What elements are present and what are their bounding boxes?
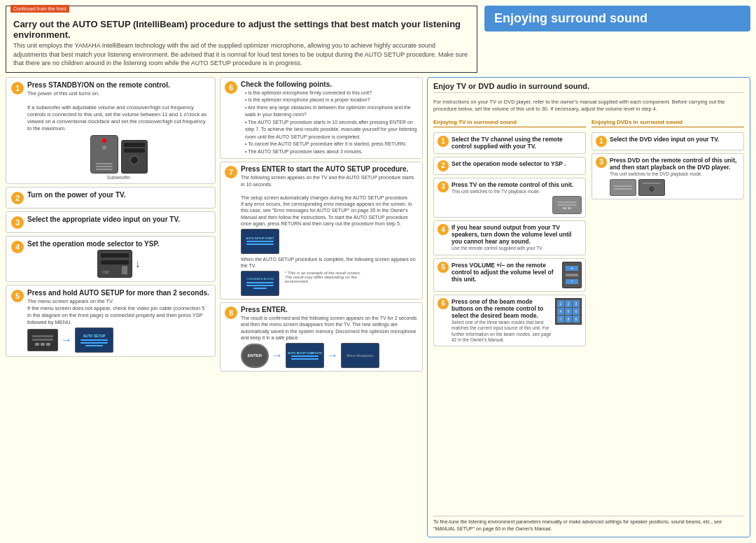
dvd-step-1-title: Select the DVD video input on your TV. bbox=[610, 136, 740, 143]
step-5-box: 5 Press and hold AUTO SETUP for more tha… bbox=[6, 285, 216, 358]
remote-small-icon bbox=[27, 329, 58, 351]
menu-screen-icon: Menu disappears bbox=[341, 343, 379, 368]
step-8-title: Press ENTER. bbox=[241, 306, 418, 313]
enjoy-section-subtitle: For instructions on your TV or DVD playe… bbox=[433, 99, 744, 113]
tv-step-5: 5 Press VOLUME +/– on the remote control… bbox=[433, 258, 586, 292]
dvd-step-3-content: Press DVD on the remote control of this … bbox=[610, 157, 740, 196]
tv-step-1: 1 Select the TV channel using the remote… bbox=[433, 132, 586, 154]
dvd-remote-icon bbox=[610, 179, 636, 196]
auto-setup-screen-icon: AUTO SETUP START bbox=[241, 229, 279, 254]
tv-step-4: 4 If you hear sound output from your TV … bbox=[433, 220, 586, 255]
mid-column: 6 Check the following points. Is the opt… bbox=[220, 77, 423, 537]
step-4-content: Set the operation mode selector to YSP. … bbox=[27, 240, 210, 278]
tv-step-3-title: Press TV on the remote control of this u… bbox=[451, 181, 582, 188]
step-6-bullet-6: The AUTO SETUP procedure takes about 3 m… bbox=[245, 148, 418, 156]
tv-step-2-title: Set the operation mode selector to YSP . bbox=[451, 160, 582, 167]
vol-remote-icon: + − bbox=[562, 262, 582, 288]
enjoying-title: Enjoying surround sound bbox=[494, 11, 741, 26]
tv-step-4-num: 4 bbox=[438, 224, 449, 235]
tv-step-3-num: 3 bbox=[438, 181, 449, 192]
header-subtitle: This unit employs the YAMAHA IntelliBeam… bbox=[13, 41, 470, 68]
step-6-title: Check the following points. bbox=[241, 80, 418, 88]
subwoofer-label: Subwoofer bbox=[107, 175, 130, 180]
header: Continued from the front Carry out the A… bbox=[6, 6, 750, 73]
step-5-number: 5 bbox=[11, 290, 24, 302]
step-5-desc: The menu screen appears on the TV.If the… bbox=[27, 298, 210, 327]
tv-step-3: 3 Press TV on the remote control of this… bbox=[433, 178, 586, 218]
complete-screen-icon: AUTO SETUP COMPLETE bbox=[286, 343, 324, 368]
continued-tag: Continued from the front bbox=[10, 5, 69, 13]
step-6-box: 6 Check the following points. Is the opt… bbox=[220, 77, 423, 160]
enjoying-header-box: Enjoying surround sound bbox=[484, 6, 750, 31]
tv-col-header: Enjoying TV in surround sound bbox=[433, 119, 586, 127]
step-2-box: 2 Turn on the power of your TV. bbox=[6, 187, 216, 209]
dvd-player-icon bbox=[638, 179, 665, 196]
tv-step-4-title: If you hear sound output from your TV sp… bbox=[451, 224, 582, 245]
tv-step-4-desc: Use the remote control supplied with you… bbox=[451, 246, 582, 251]
step-3-box: 3 Select the appropriate video input on … bbox=[6, 211, 216, 233]
step-1-number: 1 bbox=[11, 82, 24, 94]
right-column: Enjoy TV or DVD audio in surround sound.… bbox=[427, 77, 750, 537]
step-7-result-row: CONGRATULATIONS * This is an example of … bbox=[241, 271, 418, 296]
step-7-number: 7 bbox=[225, 166, 237, 178]
dvd-step-3-num: 3 bbox=[596, 157, 607, 168]
step-6-bullet-5: To cancel the AUTO SETUP procedure after… bbox=[245, 141, 418, 148]
step-4-device: YSP ↓ bbox=[27, 250, 210, 278]
step-1-device: Subwoofer bbox=[27, 135, 210, 180]
tv-step-6-title: Press one of the beam mode buttons on th… bbox=[451, 298, 552, 319]
dvd-step-3-desc: This unit switches to the DVD playback m… bbox=[610, 171, 740, 177]
step-3-title: Select the appropriate video input on yo… bbox=[27, 216, 210, 223]
step-5-images: → AUTO SETUP bbox=[27, 327, 210, 353]
tv-step-6-content: Press one of the beam mode buttons on th… bbox=[451, 298, 552, 344]
tv-step-6-num: 6 bbox=[438, 298, 449, 309]
step-6-bullet-3: Are there any large obstacles in between… bbox=[245, 104, 418, 119]
step-1-content: Press STANDBY/ON on the remote control. … bbox=[27, 81, 210, 180]
tv-step-5-content: Press VOLUME +/– on the remote control t… bbox=[451, 262, 559, 283]
tv-step-3-desc: This unit switches to the TV playback mo… bbox=[451, 189, 582, 195]
selector-icon: YSP bbox=[97, 250, 132, 278]
left-column: 1 Press STANDBY/ON on the remote control… bbox=[6, 77, 216, 537]
step-7-desc: The following screen appears on the TV a… bbox=[241, 174, 418, 227]
arrow-icon-3: → bbox=[327, 350, 338, 361]
step-7-screen-row: AUTO SETUP START bbox=[241, 229, 418, 254]
step-7-after-desc: When the AUTO SETUP procedure is complet… bbox=[241, 256, 418, 269]
tv-step-2: 2 Set the operation mode selector to YSP… bbox=[433, 157, 586, 175]
step-4-title: Set the operation mode selector to YSP. bbox=[27, 240, 210, 248]
tv-step-5-num: 5 bbox=[438, 262, 449, 273]
tv-step-1-num: 1 bbox=[438, 136, 449, 147]
enter-button-icon: ENTER bbox=[241, 344, 269, 368]
tv-step-5-title: Press VOLUME +/– on the remote control t… bbox=[451, 262, 559, 283]
tv-step-3-content: Press TV on the remote control of this u… bbox=[451, 181, 582, 214]
dvd-step-1: 1 Select the DVD video input on your TV. bbox=[592, 132, 744, 150]
step-7-title: Press ENTER to start the AUTO SETUP proc… bbox=[241, 165, 418, 173]
result-screen-icon: CONGRATULATIONS bbox=[241, 271, 279, 296]
dvd-col-header: Enjoying DVDs in surround sound bbox=[592, 119, 744, 127]
enjoy-columns: Enjoying TV in surround sound 1 Select t… bbox=[433, 119, 744, 511]
dvd-step-3-title: Press DVD on the remote control of this … bbox=[610, 157, 740, 171]
step-6-number: 6 bbox=[225, 81, 237, 94]
result-note: * This is an example of the result scree… bbox=[285, 271, 362, 283]
step-8-box: 8 Press ENTER. The result is confirmed a… bbox=[220, 302, 423, 372]
tv-step-1-title: Select the TV channel using the remote c… bbox=[451, 136, 582, 150]
header-title: Carry out the AUTO SETUP (IntelliBeam) p… bbox=[13, 19, 470, 40]
dvd-step-1-num: 1 bbox=[596, 136, 607, 147]
tv-step-1-content: Select the TV channel using the remote c… bbox=[451, 136, 582, 150]
step-7-box: 7 Press ENTER to start the AUTO SETUP pr… bbox=[220, 162, 423, 299]
page: Continued from the front Carry out the A… bbox=[0, 0, 756, 543]
tv-step-2-content: Set the operation mode selector to YSP . bbox=[451, 160, 582, 168]
main-content: 1 Press STANDBY/ON on the remote control… bbox=[6, 77, 750, 537]
step-4-number: 4 bbox=[11, 241, 24, 253]
step-6-bullet-4: The AUTO SETUP procedure starts in 10 se… bbox=[245, 119, 418, 141]
step-2-content: Turn on the power of your TV. bbox=[27, 191, 210, 200]
dvd-step-3: 3 Press DVD on the remote control of thi… bbox=[592, 153, 744, 199]
step-1-title: Press STANDBY/ON on the remote control. bbox=[27, 81, 210, 89]
step-3-number: 3 bbox=[11, 216, 24, 229]
step-1-desc: The power of this unit turns on.If a sub… bbox=[27, 90, 210, 133]
enjoy-section-title: Enjoy TV or DVD audio in surround sound. bbox=[433, 82, 744, 93]
tv-step-4-content: If you hear sound output from your TV sp… bbox=[451, 224, 582, 251]
tv-column: Enjoying TV in surround sound 1 Select t… bbox=[433, 119, 586, 511]
unit-front-icon bbox=[121, 140, 148, 174]
step-8-number: 8 bbox=[225, 306, 237, 319]
tv-step-3-device bbox=[451, 196, 582, 214]
screen-step5-icon: AUTO SETUP bbox=[75, 327, 113, 353]
